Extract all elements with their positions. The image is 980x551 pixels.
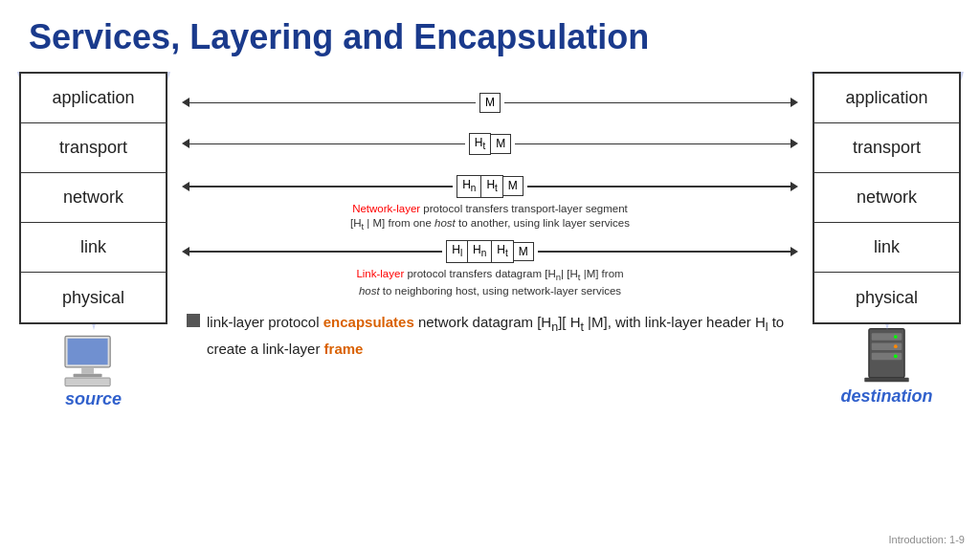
arrow-hl-hn-ht-m: HlHnHtM [182, 240, 798, 262]
svg-rect-1 [67, 339, 107, 364]
right-stack: application transport network link physi… [813, 72, 961, 324]
dest-label: destination [840, 386, 932, 407]
arrowhead-left-m [182, 98, 189, 107]
line-m-left [189, 102, 476, 104]
arrow-hn-ht-m-row: HnHtM [182, 175, 798, 197]
arrow-hl-row: HlHnHtM [182, 240, 798, 262]
arrowhead-right-hl [791, 247, 798, 256]
packet-hn-label: Hn [457, 175, 481, 197]
packet-hl-hn-ht-m: HlHnHtM [446, 240, 534, 262]
packet-ht-m: HtM [469, 133, 511, 155]
left-layer-application: application [21, 74, 166, 123]
link-layer-note: Link-layer protocol transfers datagram [… [356, 267, 623, 299]
arrowhead-left-hn [182, 182, 189, 191]
line-hl-right [538, 251, 791, 253]
line-ht-left [189, 143, 465, 145]
network-layer-note: Network-layer protocol transfers transpo… [350, 202, 630, 234]
right-host-column: application transport network link physi… [803, 72, 970, 407]
arrow-ht-m: HtM [182, 133, 798, 155]
middle-diagram: M HtM [177, 72, 803, 360]
line-m-right [504, 102, 791, 104]
frame-word: frame [324, 341, 364, 357]
source-label: source [65, 389, 122, 409]
arrow-ht-m-row: HtM [182, 133, 798, 155]
bullet-container: link-layer protocol encapsulates network… [182, 311, 798, 360]
svg-rect-12 [864, 378, 908, 383]
arrowhead-left-hl [182, 247, 189, 256]
arrowhead-right-m [791, 98, 798, 107]
left-host-column: application transport network link physi… [10, 72, 177, 409]
packet-ht2-label: Ht [481, 175, 502, 197]
svg-rect-4 [65, 378, 110, 386]
packet-m3-label: M [503, 176, 523, 196]
packet-ht3-label: Ht [492, 240, 513, 262]
arrowhead-right-hn [791, 182, 798, 191]
slide-number: Introduction: 1-9 [889, 534, 966, 545]
right-layer-network: network [814, 173, 959, 223]
svg-point-11 [894, 355, 898, 359]
right-layer-physical: physical [814, 273, 959, 322]
svg-point-10 [894, 344, 898, 348]
encapsulates-word: encapsulates [323, 314, 414, 330]
line-hl-left [189, 251, 442, 253]
source-computer-icon [60, 332, 127, 389]
right-layer-link: link [814, 223, 959, 273]
left-layer-link: link [21, 223, 166, 273]
left-layer-transport: transport [21, 123, 166, 173]
packet-m-label: M [479, 93, 501, 113]
left-layer-physical: physical [21, 273, 166, 322]
packet-hn2-label: Hn [468, 240, 492, 262]
bullet-text: link-layer protocol encapsulates network… [207, 311, 793, 360]
right-layer-transport: transport [814, 123, 959, 173]
line-hn-left [189, 186, 453, 187]
packet-hl-label: Hl [446, 240, 468, 262]
arrow-m: M [182, 93, 798, 113]
bullet-row: link-layer protocol encapsulates network… [187, 311, 793, 360]
destination-server-icon [856, 324, 918, 386]
arrow-hn-ht-m: HnHtM [182, 175, 798, 197]
left-layer-network: network [21, 173, 166, 223]
packet-hn-ht-m: HnHtM [457, 175, 523, 197]
left-stack: application transport network link physi… [19, 72, 167, 324]
packet-m: M [479, 93, 501, 113]
svg-rect-2 [81, 367, 94, 374]
packet-m4-label: M [514, 242, 534, 262]
packet-m2-label: M [491, 134, 511, 154]
arrowhead-right-ht [791, 139, 798, 148]
page-title: Services, Layering and Encapsulation [0, 0, 980, 67]
right-layer-application: application [814, 74, 959, 123]
arrow-m-row: M [182, 93, 798, 113]
bullet-square-icon [187, 314, 200, 327]
arrowhead-left-ht [182, 139, 189, 148]
svg-point-9 [894, 335, 898, 339]
arrows-block: M HtM [182, 79, 798, 301]
svg-rect-3 [73, 374, 101, 377]
packet-ht-label: Ht [469, 133, 491, 155]
line-ht-right [515, 143, 791, 145]
line-hn-right [527, 186, 791, 187]
